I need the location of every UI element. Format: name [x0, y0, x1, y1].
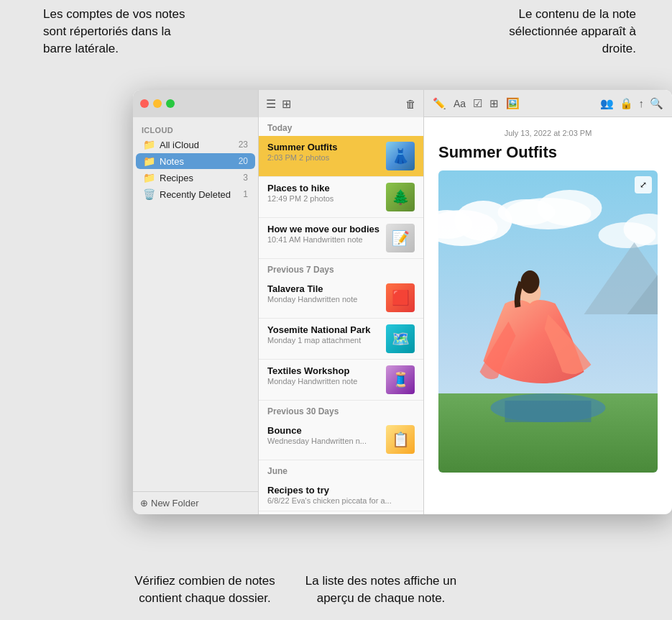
annotation-top-right: Le contenu de la note sélectionnée appar… — [478, 6, 636, 57]
close-button[interactable] — [140, 99, 149, 108]
delete-icon[interactable]: 🗑 — [405, 98, 416, 110]
note-item-text: Recipes to try 6/8/22 Eva's chicken picc… — [267, 485, 415, 505]
note-item-title: Bounce — [267, 425, 380, 436]
folder-icon: 📁 — [143, 155, 155, 167]
section-header-june: June — [259, 460, 423, 479]
note-item-title: Textiles Workshop — [267, 365, 380, 376]
folder-icon: 📁 — [143, 139, 155, 150]
sidebar-item-all-icloud[interactable]: 📁 All iCloud 23 — [136, 137, 255, 152]
sidebar-item-recipes[interactable]: 📁 Recipes 3 — [136, 170, 255, 186]
note-item-title: How we move our bodies — [267, 224, 380, 234]
note-item-summer-outfits[interactable]: Summer Outfits 2:03 PM 2 photos 👗 — [259, 136, 423, 177]
detail-toolbar-left: ✏️ Aa ☑ ⊞ 🖼️ — [433, 97, 520, 110]
note-item-bounce[interactable]: Bounce Wednesday Handwritten n... 📋 — [259, 419, 423, 460]
annotation-bottom-right: La liste des notes affiche un aperçu de … — [302, 573, 460, 607]
grid-view-icon[interactable]: ⊞ — [282, 97, 291, 111]
collaborate-icon[interactable]: 👥 — [600, 97, 614, 110]
list-view-icon[interactable]: ☰ — [266, 97, 276, 111]
note-item-title: Recipes to try — [267, 485, 415, 496]
note-item-text: Bounce Wednesday Handwritten n... — [267, 425, 380, 445]
expand-button[interactable]: ⤢ — [635, 176, 652, 193]
sidebar-item-count: 3 — [243, 173, 248, 183]
note-thumbnail: 🗺️ — [386, 324, 415, 353]
font-size-icon[interactable]: Aa — [454, 98, 466, 109]
svg-rect-13 — [505, 401, 592, 422]
note-thumbnail: 📝 — [386, 224, 415, 252]
note-item-text: Yosemite National Park Monday 1 map atta… — [267, 324, 380, 345]
table-icon[interactable]: ⊞ — [489, 97, 499, 110]
note-image-svg — [438, 170, 658, 473]
note-detail: ✏️ Aa ☑ ⊞ 🖼️ 👥 🔒 ↑ 🔍 July 13, 2022 at 2:… — [424, 90, 672, 514]
new-folder-button[interactable]: ⊕ New Folder — [140, 498, 251, 509]
checklist-icon[interactable]: ☑ — [473, 97, 482, 110]
toolbar-left: ☰ ⊞ — [266, 97, 291, 111]
thumb-placeholder: 👗 — [386, 142, 415, 170]
share-icon[interactable]: ↑ — [639, 97, 645, 109]
thumb-placeholder: 📝 — [386, 224, 415, 252]
notes-list: ☰ ⊞ 🗑 Today Summer Outfits 2:03 PM 2 pho… — [259, 90, 424, 514]
note-image: ⤢ — [438, 170, 658, 473]
sidebar-item-recently-deleted[interactable]: 🗑️ Recently Deleted 1 — [136, 186, 255, 202]
note-thumbnail: 👗 — [386, 142, 415, 170]
note-item-text: How we move our bodies 10:41 AM Handwrit… — [267, 224, 380, 244]
sidebar-item-count: 1 — [243, 189, 248, 199]
thumb-placeholder: 🗺️ — [386, 324, 415, 353]
plus-icon: ⊕ — [140, 498, 148, 509]
note-item-text: Textiles Workshop Monday Handwritten not… — [267, 365, 380, 386]
sidebar: iCloud 📁 All iCloud 23 📁 Notes 20 📁 Reci… — [133, 90, 259, 514]
thumb-placeholder: 🌲 — [386, 183, 415, 211]
app-window: iCloud 📁 All iCloud 23 📁 Notes 20 📁 Reci… — [133, 90, 672, 514]
maximize-button[interactable] — [166, 99, 175, 108]
note-item-talavera[interactable]: Talavera Tile Monday Handwritten note 🟥 — [259, 278, 423, 319]
notes-list-content: Today Summer Outfits 2:03 PM 2 photos 👗 … — [259, 117, 423, 514]
note-title: Summer Outfits — [438, 143, 658, 162]
sidebar-item-count: 20 — [239, 156, 248, 166]
note-thumbnail: 📋 — [386, 425, 415, 454]
note-item-textiles[interactable]: Textiles Workshop Monday Handwritten not… — [259, 360, 423, 401]
note-thumbnail: 🧵 — [386, 365, 415, 394]
annotation-top-left: Les comptes de vos notes sont répertorié… — [43, 6, 201, 57]
sidebar-item-label: Recipes — [160, 173, 239, 183]
detail-toolbar-right: 👥 🔒 ↑ 🔍 — [600, 97, 664, 110]
thumb-placeholder: 🧵 — [386, 365, 415, 394]
sidebar-footer: ⊕ New Folder — [133, 491, 258, 514]
note-item-places-to-hike[interactable]: Places to hike 12:49 PM 2 photos 🌲 — [259, 177, 423, 218]
note-item-meta: Monday Handwritten note — [267, 377, 380, 386]
note-item-meta: Monday 1 map attachment — [267, 336, 380, 345]
new-folder-label: New Folder — [151, 498, 198, 509]
compose-icon[interactable]: ✏️ — [433, 97, 446, 110]
lock-icon[interactable]: 🔒 — [620, 97, 633, 110]
note-thumbnail: 🟥 — [386, 283, 415, 312]
note-item-title: Summer Outfits — [267, 142, 380, 152]
note-item-title: Places to hike — [267, 183, 380, 193]
notes-list-toolbar: ☰ ⊞ 🗑 — [259, 90, 423, 117]
media-icon[interactable]: 🖼️ — [506, 97, 520, 110]
note-thumbnail: 🌲 — [386, 183, 415, 211]
trash-icon: 🗑️ — [143, 188, 155, 200]
sidebar-item-notes[interactable]: 📁 Notes 20 — [136, 153, 255, 169]
note-detail-content: July 13, 2022 at 2:03 PM Summer Outfits — [424, 117, 672, 514]
thumb-placeholder: 📋 — [386, 425, 415, 454]
search-icon[interactable]: 🔍 — [650, 97, 663, 110]
thumb-placeholder: 🟥 — [386, 283, 415, 312]
section-header-prev30: Previous 30 Days — [259, 401, 423, 419]
note-item-text: Talavera Tile Monday Handwritten note — [267, 283, 380, 304]
titlebar — [133, 90, 258, 117]
minimize-button[interactable] — [153, 99, 162, 108]
note-item-yosemite[interactable]: Yosemite National Park Monday 1 map atta… — [259, 319, 423, 360]
svg-point-15 — [521, 270, 540, 293]
note-item-meta: 6/8/22 Eva's chicken piccata for a... — [267, 496, 415, 505]
svg-point-6 — [498, 199, 556, 225]
note-item-title: Talavera Tile — [267, 283, 380, 294]
note-item-title: Yosemite National Park — [267, 324, 380, 335]
note-date: July 13, 2022 at 2:03 PM — [438, 129, 658, 137]
detail-toolbar: ✏️ Aa ☑ ⊞ 🖼️ 👥 🔒 ↑ 🔍 — [424, 90, 672, 117]
note-item-recipes[interactable]: Recipes to try 6/8/22 Eva's chicken picc… — [259, 479, 423, 511]
note-item-meta: 2:03 PM 2 photos — [267, 153, 380, 162]
note-item-meta: Wednesday Handwritten n... — [267, 437, 380, 445]
note-item-how-we-move[interactable]: How we move our bodies 10:41 AM Handwrit… — [259, 218, 423, 259]
folder-icon: 📁 — [143, 172, 155, 183]
note-item-meta: 12:49 PM 2 photos — [267, 194, 380, 203]
note-item-text: Places to hike 12:49 PM 2 photos — [267, 183, 380, 203]
icloud-label: iCloud — [133, 123, 258, 136]
